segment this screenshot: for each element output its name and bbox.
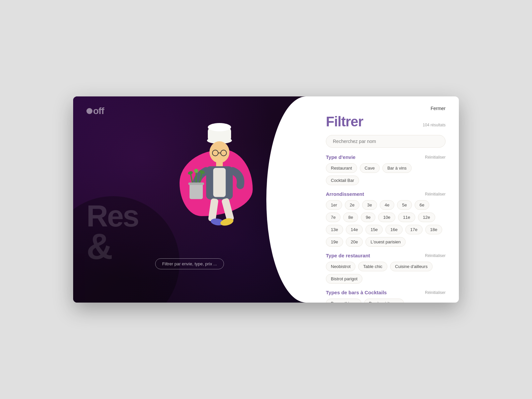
tag-item[interactable]: 8e — [343, 212, 358, 222]
tag-item[interactable]: 18e — [425, 225, 443, 234]
tags-arrondissement: 1er2e3e4e5e6e7e8e9e10e11e12e13e14e15e16e… — [326, 200, 446, 247]
tag-item[interactable]: 1er — [326, 200, 342, 210]
svg-point-15 — [188, 171, 193, 175]
reset-button-types_bars[interactable]: Réinitialiser — [425, 290, 446, 295]
tag-item[interactable]: Bar à vins — [382, 163, 412, 173]
section-header-types_bars: Types de bars à CocktailsRéinitialiser — [326, 290, 446, 295]
tag-item[interactable]: 12e — [418, 212, 435, 222]
panel-header: Fermer — [326, 106, 446, 111]
tag-item[interactable]: Bistrot parigot — [326, 274, 362, 284]
section-header-type_restaurant: Type de restaurantRéinitialiser — [326, 253, 446, 258]
results-count: 104 résultats — [423, 123, 446, 127]
reset-button-type_restaurant[interactable]: Réinitialiser — [425, 253, 446, 258]
tags-type_restaurant: NeobistrotTable chicCuisine d'ailleursBi… — [326, 262, 446, 284]
headline: Res & — [86, 203, 138, 263]
svg-rect-18 — [208, 198, 219, 222]
tag-item[interactable]: Cocktail Bar — [326, 176, 359, 185]
tag-item[interactable]: 20e — [346, 237, 363, 247]
logo-dot — [86, 108, 92, 114]
app-screen: off — [73, 96, 459, 303]
tag-item[interactable]: Bar mythique — [326, 299, 361, 303]
tag-item[interactable]: Restaurant — [326, 163, 357, 173]
tag-item[interactable]: 3e — [362, 200, 377, 210]
tags-type_envie: RestaurantCaveBar à vinsCocktail Bar — [326, 163, 446, 185]
tag-item[interactable]: 6e — [415, 200, 429, 210]
svg-rect-19 — [221, 198, 234, 222]
tag-item[interactable]: Neobistrot — [326, 262, 355, 271]
filter-section-type_restaurant: Type de restaurantRéinitialiserNeobistro… — [326, 253, 446, 284]
filter-section-types_bars: Types de bars à CocktailsRéinitialiserBa… — [326, 290, 446, 303]
filter-title-row: Filtrer 104 résultats — [326, 114, 446, 130]
logo: off — [86, 106, 104, 116]
left-panel: off — [73, 96, 306, 303]
tags-types_bars: Bar mythiqueBar à spiritueuxBar d'except… — [326, 299, 446, 303]
section-title-type_restaurant: Type de restaurant — [326, 253, 370, 258]
tag-item[interactable]: 11e — [398, 212, 415, 222]
tag-item[interactable]: 4e — [380, 200, 394, 210]
svg-point-2 — [208, 123, 231, 131]
tag-item[interactable]: 5e — [397, 200, 412, 210]
tag-item[interactable]: 15e — [365, 225, 383, 234]
tag-item[interactable]: 10e — [378, 212, 395, 222]
tag-item[interactable]: L'ouest parisien — [365, 237, 406, 247]
filter-title: Filtrer — [326, 114, 363, 130]
reset-button-type_envie[interactable]: Réinitialiser — [425, 155, 446, 160]
tag-item[interactable]: 17e — [405, 225, 423, 234]
tag-item[interactable]: Cave — [360, 163, 380, 173]
svg-rect-9 — [213, 168, 226, 197]
reset-button-arrondissement[interactable]: Réinitialiser — [425, 192, 446, 197]
filter-trigger-button[interactable]: Filtrer par envie, type, prix ... — [155, 258, 224, 269]
svg-rect-10 — [190, 183, 203, 199]
filter-panel: Fermer Filtrer 104 résultats Type d'envi… — [306, 96, 459, 303]
tag-item[interactable]: 7e — [326, 212, 340, 222]
svg-rect-11 — [188, 183, 204, 185]
section-header-type_envie: Type d'envieRéinitialiser — [326, 154, 446, 160]
tag-item[interactable]: 2e — [345, 200, 359, 210]
close-button[interactable]: Fermer — [431, 106, 446, 111]
section-title-type_envie: Type d'envie — [326, 154, 355, 160]
tag-item[interactable]: 9e — [361, 212, 375, 222]
svg-point-16 — [194, 169, 199, 173]
filter-section-type_envie: Type d'envieRéinitialiserRestaurantCaveB… — [326, 154, 446, 185]
tag-item[interactable]: 14e — [346, 225, 363, 234]
tag-item[interactable]: Cuisine d'ailleurs — [390, 262, 433, 271]
chef-illustration — [170, 123, 269, 256]
tag-item[interactable]: Bar à spiritueux — [364, 299, 404, 303]
filter-section-arrondissement: ArrondissementRéinitialiser1er2e3e4e5e6e… — [326, 191, 446, 247]
section-title-arrondissement: Arrondissement — [326, 191, 364, 197]
filter-sections: Type d'envieRéinitialiserRestaurantCaveB… — [326, 154, 446, 303]
section-header-arrondissement: ArrondissementRéinitialiser — [326, 191, 446, 197]
search-input[interactable] — [326, 135, 446, 148]
tag-item[interactable]: 19e — [326, 237, 343, 247]
tag-item[interactable]: 16e — [385, 225, 403, 234]
tag-item[interactable]: 13e — [326, 225, 343, 234]
tag-item[interactable]: Table chic — [358, 262, 387, 271]
section-title-types_bars: Types de bars à Cocktails — [326, 290, 387, 295]
